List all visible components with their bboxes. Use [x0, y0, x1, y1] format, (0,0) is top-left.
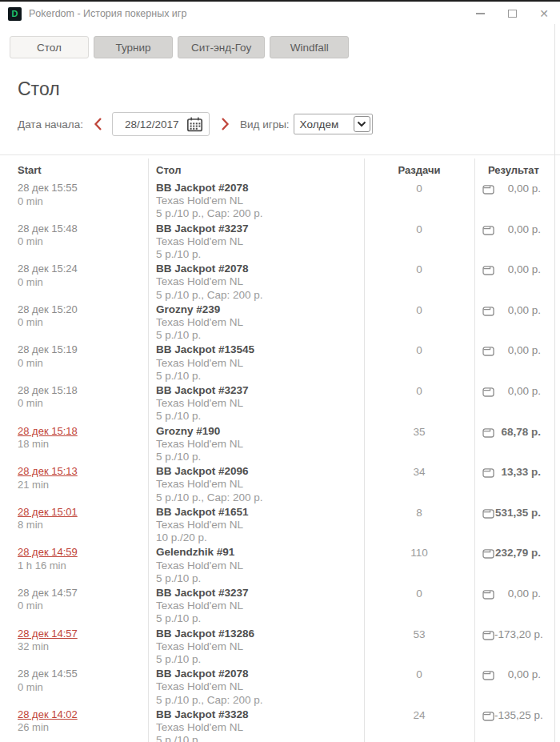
tab-sitngo[interactable]: Сит-энд-Гоу: [178, 36, 265, 58]
row-start-date[interactable]: 28 дек 15:01: [18, 506, 148, 519]
row-table-name: BB Jackpot #1651: [156, 506, 364, 519]
prev-date-button[interactable]: [93, 117, 104, 131]
row-result-value: 0,00 р.: [508, 182, 541, 195]
row-game-type: Texas Hold'em NL: [156, 195, 364, 207]
history-rows: 28 дек 15:55 0 min BB Jackpot #2078 Texa…: [0, 182, 560, 742]
wallet-icon: [482, 346, 494, 356]
row-duration: 1 h 16 min: [18, 560, 148, 573]
row-hands-count: 0: [364, 223, 474, 263]
wallet-icon: [482, 711, 494, 721]
row-result-value: 0,00 р.: [508, 588, 541, 600]
row-duration: 8 min: [18, 519, 148, 532]
row-start-date: 28 дек 15:18: [18, 384, 148, 398]
minimize-button[interactable]: [464, 2, 496, 26]
row-hands-count: 8: [364, 506, 474, 547]
chevron-left-icon: [93, 117, 104, 131]
row-duration: 0 min: [18, 235, 148, 249]
row-game-type: Texas Hold'em NL: [156, 680, 364, 693]
wallet-icon: [482, 427, 494, 438]
table-row: 28 дек 14:55 0 min BB Jackpot #2078 Texa…: [0, 668, 560, 708]
row-result-value: 0,00 р.: [508, 385, 541, 397]
calendar-button[interactable]: [186, 117, 203, 132]
table-row: 28 дек 14:57 32 min BB Jackpot #13286 Te…: [0, 628, 560, 668]
row-result-value: 0,00 р.: [508, 668, 541, 680]
table-row: 28 дек 14:02 26 min BB Jackpot #3328 Tex…: [0, 708, 560, 742]
row-start-date[interactable]: 28 дек 15:13: [18, 465, 148, 479]
row-duration: 18 min: [18, 438, 148, 451]
calendar-icon: [186, 117, 203, 132]
row-duration: 0 min: [18, 600, 148, 613]
start-date-input[interactable]: 28/12/2017: [112, 112, 210, 136]
window-title: Pokerdom - История покерных игр: [29, 8, 186, 19]
row-start-date[interactable]: 28 дек 14:59: [18, 546, 148, 560]
row-duration: 0 min: [18, 195, 148, 209]
row-duration: 0 min: [18, 397, 148, 411]
row-duration: 32 min: [18, 640, 148, 654]
row-table-name: BB Jackpot #2078: [156, 263, 364, 275]
titlebar: D Pokerdom - История покерных игр ✕: [0, 2, 560, 26]
maximize-button[interactable]: [496, 2, 528, 26]
table-row: 28 дек 15:18 18 min Grozny #190 Texas Ho…: [0, 425, 560, 466]
table-row: 28 дек 15:48 0 min BB Jackpot #3237 Texa…: [0, 223, 560, 263]
row-stakes: 10 р./20 р.: [156, 531, 364, 544]
row-start-date[interactable]: 28 дек 14:57: [18, 628, 148, 641]
row-game-type: Texas Hold'em NL: [156, 600, 364, 612]
row-result-value: -173,20 р.: [494, 628, 543, 640]
table-row: 28 дек 15:20 0 min Grozny #239 Texas Hol…: [0, 303, 560, 344]
row-start-date: 28 дек 15:19: [18, 343, 148, 357]
row-hands-count: 35: [364, 425, 474, 466]
row-result-value: 0,00 р.: [508, 223, 541, 235]
row-result-value: -135,25 р.: [494, 709, 543, 721]
row-stakes: 5 р./10 р., Cap: 200 р.: [156, 694, 364, 707]
tab-windfall[interactable]: Windfall: [270, 36, 349, 58]
row-hands-count: 0: [364, 182, 474, 223]
row-table-name: BB Jackpot #13286: [156, 628, 364, 640]
maximize-icon: [508, 10, 517, 18]
row-hands-count: 53: [364, 628, 474, 668]
row-game-type: Texas Hold'em NL: [156, 478, 364, 491]
row-game-type: Texas Hold'em NL: [156, 438, 364, 451]
row-game-type: Texas Hold'em NL: [156, 275, 364, 288]
row-table-name: Grozny #190: [156, 425, 364, 438]
tab-table[interactable]: Стол: [10, 36, 89, 58]
row-hands-count: 0: [364, 587, 474, 628]
row-result-value: 0,00 р.: [508, 304, 541, 316]
table-header: Start Стол Раздачи Результат: [0, 164, 560, 176]
filter-bar: Дата начала: 28/12/2017 Вид игры:: [18, 112, 373, 136]
header-table: Стол: [148, 164, 364, 176]
row-start-date[interactable]: 28 дек 14:02: [18, 708, 148, 722]
close-button[interactable]: ✕: [528, 2, 560, 26]
table-row: 28 дек 15:13 21 min BB Jackpot #2096 Tex…: [0, 465, 560, 506]
table-row: 28 дек 14:59 1 h 16 min Gelendzhik #91 T…: [0, 546, 560, 587]
row-start-date: 28 дек 14:57: [18, 587, 148, 600]
game-type-select[interactable]: Холдем: [294, 114, 373, 134]
row-start-date: 28 дек 15:20: [18, 303, 148, 317]
tab-tournament[interactable]: Турнир: [94, 36, 173, 58]
row-table-name: BB Jackpot #3237: [156, 384, 364, 397]
row-table-name: BB Jackpot #3237: [156, 587, 364, 600]
row-hands-count: 0: [364, 668, 474, 708]
row-hands-count: 0: [364, 263, 474, 303]
window-top-border: [0, 0, 560, 2]
row-stakes: 5 р./10 р.: [156, 653, 364, 666]
row-game-type: Texas Hold'em NL: [156, 235, 364, 248]
row-result-value: 68,78 р.: [501, 426, 541, 438]
row-start-date[interactable]: 28 дек 15:18: [18, 425, 148, 439]
wallet-icon: [482, 508, 494, 519]
table-row: 28 дек 15:01 8 min BB Jackpot #1651 Texa…: [0, 506, 560, 547]
row-duration: 26 min: [18, 721, 148, 735]
row-start-date: 28 дек 14:55: [18, 668, 148, 681]
close-icon: ✕: [539, 8, 549, 19]
row-table-name: BB Jackpot #2096: [156, 465, 364, 478]
row-hands-count: 0: [364, 343, 474, 384]
tab-bar: СтолТурнирСит-энд-ГоуWindfall: [10, 36, 349, 58]
row-table-name: BB Jackpot #2078: [156, 182, 364, 195]
game-type-value: Холдем: [294, 118, 339, 130]
row-stakes: 5 р./10 р.: [156, 329, 364, 342]
row-table-name: BB Jackpot #13545: [156, 343, 364, 356]
row-duration: 0 min: [18, 316, 148, 330]
wallet-icon: [482, 306, 494, 316]
next-date-button[interactable]: [219, 117, 230, 131]
wallet-icon: [482, 630, 494, 640]
select-dropdown-button[interactable]: [354, 116, 370, 132]
